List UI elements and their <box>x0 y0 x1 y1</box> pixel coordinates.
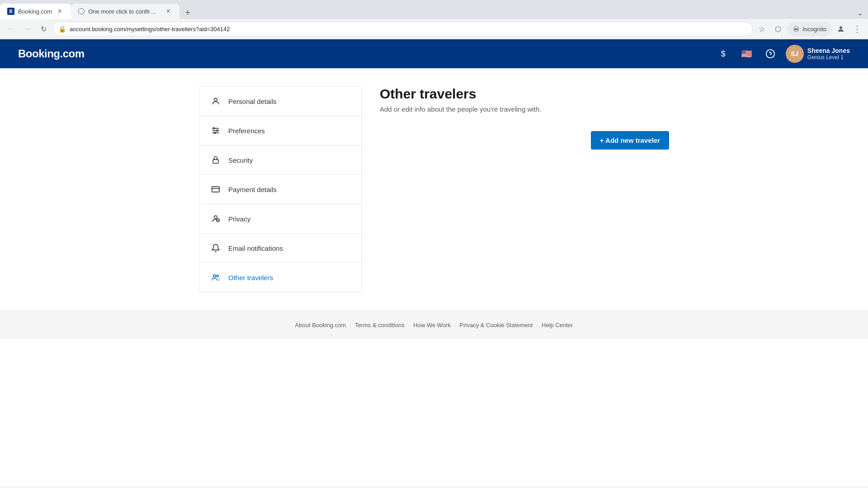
other-travelers-icon <box>210 272 221 283</box>
svg-point-0 <box>795 28 796 30</box>
page: Booking.com $ 🇺🇸 SJ Sheena Jones Genius … <box>0 39 868 487</box>
incognito-label: Incognito <box>802 26 826 33</box>
user-name: Sheena Jones <box>807 47 850 54</box>
footer-sep-4: · <box>536 322 538 328</box>
tab-other[interactable]: One more click to confirm your × <box>71 4 179 19</box>
svg-point-3 <box>766 50 774 58</box>
svg-rect-11 <box>213 160 218 163</box>
privacy-icon <box>210 213 221 224</box>
footer-link-terms[interactable]: Terms & conditions <box>355 322 405 328</box>
profile-button[interactable] <box>834 22 848 36</box>
tab-favicon-booking: B <box>7 8 14 15</box>
personal-details-icon <box>210 96 221 107</box>
sidebar-label-personal-details: Personal details <box>228 98 277 105</box>
sidebar-label-privacy: Privacy <box>228 215 250 223</box>
svg-point-18 <box>217 275 218 277</box>
footer-sep-3: · <box>454 322 456 328</box>
bookmark-button[interactable]: ☆ <box>755 22 769 36</box>
svg-rect-12 <box>212 187 220 192</box>
content-area: Other travelers Add or edit info about t… <box>380 86 669 292</box>
sidebar-item-payment-details[interactable]: Payment details <box>199 175 361 204</box>
sidebar-label-email-notifications: Email notifications <box>228 244 283 252</box>
footer-link-about[interactable]: About Booking.com <box>295 322 346 328</box>
tab-favicon-other <box>78 8 85 14</box>
browser-chrome: B Booking.com × One more click to confir… <box>0 0 868 39</box>
user-level: Genius Level 1 <box>807 54 850 61</box>
sidebar-label-payment-details: Payment details <box>228 186 277 193</box>
sidebar-item-personal-details[interactable]: Personal details <box>199 87 361 116</box>
sidebar-item-preferences[interactable]: Preferences <box>199 116 361 145</box>
svg-point-14 <box>214 216 217 219</box>
profile-icon <box>837 25 845 33</box>
footer-link-privacy[interactable]: Privacy & Cookie Statement <box>460 322 533 328</box>
sidebar-item-privacy[interactable]: Privacy <box>199 204 361 234</box>
new-tab-button[interactable]: + <box>181 6 194 19</box>
extensions-button[interactable]: ⬡ <box>771 22 785 36</box>
site-footer: About Booking.com · Terms & conditions ·… <box>0 310 868 339</box>
page-subtitle: Add or edit info about the people you're… <box>380 105 669 113</box>
page-title: Other travelers <box>380 86 669 102</box>
sidebar: Personal details Preferences Security Pa… <box>199 86 362 292</box>
tab-close-other[interactable]: × <box>164 7 172 15</box>
footer-sep-1: · <box>349 322 351 328</box>
incognito-icon <box>793 25 800 33</box>
sidebar-item-other-travelers[interactable]: Other travelers <box>199 263 361 292</box>
footer-link-help[interactable]: Help Center <box>542 322 573 328</box>
svg-point-10 <box>214 132 216 133</box>
site-logo[interactable]: Booking.com <box>18 47 85 60</box>
url-text: account.booking.com/mysettings/other-tra… <box>70 26 747 33</box>
tab-booking[interactable]: B Booking.com × <box>0 4 71 19</box>
svg-point-9 <box>217 130 218 131</box>
svg-point-17 <box>213 275 216 277</box>
address-bar-row: ← → ↻ 🔒 account.booking.com/mysettings/o… <box>0 19 868 39</box>
sidebar-item-security[interactable]: Security <box>199 145 361 175</box>
help-icon <box>765 49 775 59</box>
site-header: Booking.com $ 🇺🇸 SJ Sheena Jones Genius … <box>0 39 868 68</box>
forward-button[interactable]: → <box>20 22 34 36</box>
incognito-button[interactable]: Incognito <box>787 22 832 36</box>
email-notifications-icon <box>210 243 221 253</box>
sidebar-label-other-travelers: Other travelers <box>228 274 273 282</box>
footer-link-how-we-work[interactable]: How We Work <box>413 322 451 328</box>
user-info: Sheena Jones Genius Level 1 <box>807 47 850 61</box>
content-header: + Add new traveler <box>380 131 669 150</box>
currency-button[interactable]: $ <box>715 46 731 62</box>
back-button[interactable]: ← <box>4 22 18 36</box>
payment-details-icon <box>210 184 221 195</box>
svg-point-8 <box>213 127 214 129</box>
sidebar-item-email-notifications[interactable]: Email notifications <box>199 234 361 263</box>
tab-bar: B Booking.com × One more click to confir… <box>0 0 868 19</box>
address-bar[interactable]: 🔒 account.booking.com/mysettings/other-t… <box>52 22 753 36</box>
security-icon <box>210 155 221 165</box>
footer-sep-2: · <box>408 322 410 328</box>
header-actions: $ 🇺🇸 SJ Sheena Jones Genius Level 1 <box>715 45 850 63</box>
user-profile[interactable]: SJ Sheena Jones Genius Level 1 <box>786 45 850 63</box>
lock-icon: 🔒 <box>58 25 66 33</box>
svg-point-1 <box>797 28 798 30</box>
help-button[interactable] <box>762 46 778 62</box>
currency-icon: $ <box>721 49 726 59</box>
sidebar-label-preferences: Preferences <box>228 127 265 135</box>
svg-point-4 <box>214 98 217 101</box>
preferences-icon <box>210 125 221 136</box>
tab-list-button[interactable]: ⌄ <box>854 6 866 19</box>
main-content: Personal details Preferences Security Pa… <box>163 68 705 310</box>
avatar: SJ <box>786 45 804 63</box>
language-button[interactable]: 🇺🇸 <box>739 46 755 62</box>
tab-close-booking[interactable]: × <box>56 7 64 15</box>
svg-point-2 <box>840 26 842 29</box>
menu-button[interactable]: ⋮ <box>850 22 864 36</box>
tab-label-booking: Booking.com <box>18 8 52 15</box>
tab-label-other: One more click to confirm your <box>88 8 160 15</box>
sidebar-label-security: Security <box>228 156 253 164</box>
reload-button[interactable]: ↻ <box>36 22 51 36</box>
add-new-traveler-button[interactable]: + Add new traveler <box>591 131 669 150</box>
